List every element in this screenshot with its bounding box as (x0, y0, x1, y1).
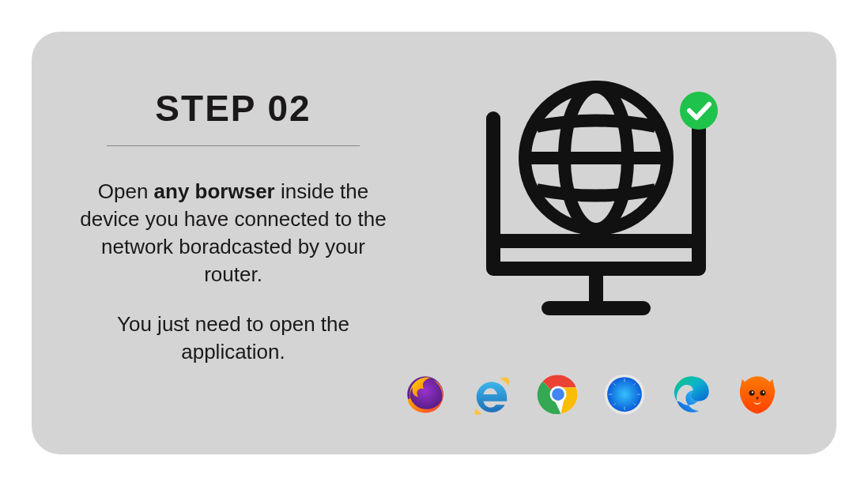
monitor-globe-icon (462, 71, 730, 324)
instruction-paragraph-2: You just need to open the application. (71, 311, 395, 366)
divider (107, 145, 360, 146)
brave-icon (735, 372, 779, 416)
text-column: STEP 02 Open any borwser inside the devi… (71, 79, 395, 423)
illustration-column (395, 79, 797, 423)
para1-prefix: Open (98, 179, 154, 203)
instruction-card: STEP 02 Open any borwser inside the devi… (32, 32, 836, 454)
edge-icon (669, 372, 713, 416)
monitor-globe-illustration (462, 71, 730, 327)
svg-point-24 (763, 391, 764, 393)
svg-point-23 (752, 391, 753, 393)
instruction-paragraph-1: Open any borwser inside the device you h… (71, 178, 395, 288)
svg-point-22 (760, 390, 766, 396)
internet-explorer-icon (470, 372, 514, 416)
safari-icon (602, 372, 647, 416)
svg-point-21 (749, 390, 755, 396)
chrome-icon (536, 372, 580, 416)
svg-point-10 (552, 388, 564, 401)
firefox-icon (403, 372, 447, 416)
step-title: STEP 02 (155, 87, 311, 130)
svg-point-6 (680, 92, 718, 130)
browser-icons-row (403, 372, 779, 416)
para1-bold: any borwser (154, 179, 275, 203)
svg-point-12 (607, 377, 642, 412)
